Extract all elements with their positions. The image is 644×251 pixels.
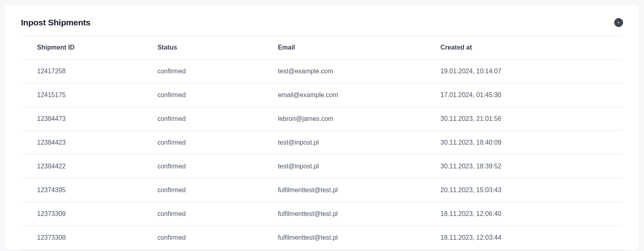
cell-shipment-id: 12384422	[21, 155, 141, 178]
cell-email: fulfilmenttest@test.pl	[262, 202, 424, 226]
cell-created-at: 30.11.2023, 18:39:52	[424, 155, 623, 178]
table-row[interactable]: 12417258 confirmed test@example.com 19.0…	[21, 60, 623, 83]
cell-created-at: 18.11.2023, 12:06:40	[424, 202, 623, 226]
cell-created-at: 18.11.2023, 12:03:44	[424, 226, 623, 250]
cell-status: confirmed	[141, 226, 262, 250]
cell-created-at: 19.01.2024, 10:14:07	[424, 60, 623, 83]
card-title: Inpost Shipments	[21, 18, 91, 27]
cell-shipment-id: 12384423	[21, 131, 141, 155]
cell-created-at: 17.01.2024, 01:45:30	[424, 83, 623, 107]
table-row[interactable]: 12415175 confirmed email@example.com 17.…	[21, 83, 623, 107]
table-row[interactable]: 12373309 confirmed fulfilmenttest@test.p…	[21, 202, 623, 226]
table-row[interactable]: 12373308 confirmed fulfilmenttest@test.p…	[21, 226, 623, 250]
header-email[interactable]: Email	[262, 36, 424, 60]
table-row[interactable]: 12374395 confirmed fulfilmenttest@test.p…	[21, 178, 623, 202]
table-row[interactable]: 12384422 confirmed test@inpost.pl 30.11.…	[21, 155, 623, 178]
cell-created-at: 30.11.2023, 21:01:56	[424, 107, 623, 131]
cell-email: fulfilmenttest@test.pl	[262, 178, 424, 202]
header-shipment-id[interactable]: Shipment ID	[21, 36, 141, 60]
cell-shipment-id: 12417258	[21, 60, 141, 83]
cell-status: confirmed	[141, 83, 262, 107]
cell-shipment-id: 12415175	[21, 83, 141, 107]
cell-status: confirmed	[141, 202, 262, 226]
table-row[interactable]: 12384423 confirmed test@inpost.pl 30.11.…	[21, 131, 623, 155]
cell-shipment-id: 12373308	[21, 226, 141, 250]
cell-status: confirmed	[141, 107, 262, 131]
table-row[interactable]: 12384473 confirmed lebron@james.com 30.1…	[21, 107, 623, 131]
table-header-row: Shipment ID Status Email Created at	[21, 36, 623, 60]
cell-created-at: 20.11.2023, 15:03:43	[424, 178, 623, 202]
cell-status: confirmed	[141, 60, 262, 83]
cell-created-at: 30.11.2023, 18:40:09	[424, 131, 623, 155]
cell-email: test@inpost.pl	[262, 131, 424, 155]
header-created-at[interactable]: Created at	[424, 36, 623, 60]
cell-email: test@inpost.pl	[262, 155, 424, 178]
cell-shipment-id: 12374395	[21, 178, 141, 202]
cell-status: confirmed	[141, 155, 262, 178]
download-arrow-icon	[616, 20, 621, 26]
cell-email: test@example.com	[262, 60, 424, 83]
cell-email: fulfilmenttest@test.pl	[262, 226, 424, 250]
shipments-card: Inpost Shipments Shipment ID Status Emai…	[5, 5, 639, 250]
shipments-table: Shipment ID Status Email Created at 1241…	[21, 36, 623, 250]
cell-shipment-id: 12373309	[21, 202, 141, 226]
card-header: Inpost Shipments	[21, 18, 623, 36]
cell-email: lebron@james.com	[262, 107, 424, 131]
cell-status: confirmed	[141, 178, 262, 202]
table-body: 12417258 confirmed test@example.com 19.0…	[21, 60, 623, 250]
download-button[interactable]	[614, 18, 623, 27]
header-status[interactable]: Status	[141, 36, 262, 60]
cell-shipment-id: 12384473	[21, 107, 141, 131]
cell-email: email@example.com	[262, 83, 424, 107]
cell-status: confirmed	[141, 131, 262, 155]
